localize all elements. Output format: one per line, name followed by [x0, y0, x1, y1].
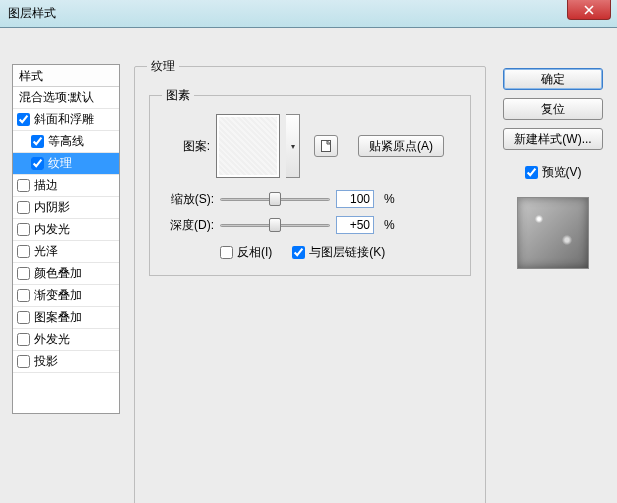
new-doc-icon: [319, 139, 333, 153]
style-item-label: 斜面和浮雕: [34, 111, 94, 128]
preview-thumbnail: [517, 197, 589, 269]
new-style-button[interactable]: 新建样式(W)...: [503, 128, 603, 150]
depth-input[interactable]: [336, 216, 374, 234]
texture-fieldset: 纹理 图素 图案: ▾ 贴紧原点(A) 缩放(S):: [134, 58, 486, 503]
style-item-checkbox[interactable]: [17, 245, 30, 258]
preview-label: 预览(V): [542, 164, 582, 181]
style-item-checkbox[interactable]: [17, 311, 30, 324]
style-item-checkbox[interactable]: [17, 355, 30, 368]
pattern-label: 图案:: [162, 138, 210, 155]
cancel-button[interactable]: 复位: [503, 98, 603, 120]
pattern-swatch[interactable]: [216, 114, 280, 178]
styles-header[interactable]: 样式: [13, 65, 119, 87]
dialog-body: 样式 混合选项:默认 斜面和浮雕等高线纹理描边内阴影内发光光泽颜色叠加渐变叠加图…: [0, 28, 617, 503]
style-item-checkbox[interactable]: [17, 333, 30, 346]
snap-origin-label: 贴紧原点(A): [369, 139, 433, 153]
style-item-label: 图案叠加: [34, 309, 82, 326]
style-item-11[interactable]: 投影: [13, 351, 119, 373]
depth-unit: %: [384, 218, 395, 232]
scale-row: 缩放(S): %: [162, 190, 458, 208]
invert-checkbox[interactable]: [220, 246, 233, 259]
style-item-2[interactable]: 纹理: [13, 153, 119, 175]
depth-row: 深度(D): %: [162, 216, 458, 234]
style-item-label: 内阴影: [34, 199, 70, 216]
style-item-checkbox[interactable]: [31, 157, 44, 170]
style-item-7[interactable]: 颜色叠加: [13, 263, 119, 285]
style-item-checkbox[interactable]: [17, 223, 30, 236]
style-item-9[interactable]: 图案叠加: [13, 307, 119, 329]
style-item-checkbox[interactable]: [17, 179, 30, 192]
style-item-checkbox[interactable]: [17, 289, 30, 302]
pattern-legend: 图素: [162, 87, 194, 104]
depth-thumb[interactable]: [269, 218, 281, 232]
style-item-checkbox[interactable]: [31, 135, 44, 148]
depth-label: 深度(D):: [162, 217, 214, 234]
style-item-10[interactable]: 外发光: [13, 329, 119, 351]
style-item-label: 外发光: [34, 331, 70, 348]
pattern-dropdown[interactable]: ▾: [286, 114, 300, 178]
scale-thumb[interactable]: [269, 192, 281, 206]
right-column: 确定 复位 新建样式(W)... 预览(V): [503, 68, 603, 269]
style-item-8[interactable]: 渐变叠加: [13, 285, 119, 307]
style-item-checkbox[interactable]: [17, 267, 30, 280]
style-item-label: 光泽: [34, 243, 58, 260]
scale-input[interactable]: [336, 190, 374, 208]
style-item-label: 内发光: [34, 221, 70, 238]
style-item-0[interactable]: 斜面和浮雕: [13, 109, 119, 131]
style-item-label: 颜色叠加: [34, 265, 82, 282]
style-item-label: 渐变叠加: [34, 287, 82, 304]
style-item-label: 描边: [34, 177, 58, 194]
style-item-5[interactable]: 内发光: [13, 219, 119, 241]
styles-panel: 样式 混合选项:默认 斜面和浮雕等高线纹理描边内阴影内发光光泽颜色叠加渐变叠加图…: [12, 64, 120, 414]
scale-label: 缩放(S):: [162, 191, 214, 208]
pattern-fieldset: 图素 图案: ▾ 贴紧原点(A) 缩放(S): %: [149, 87, 471, 276]
link-layer-label: 与图层链接(K): [309, 244, 385, 261]
depth-slider[interactable]: [220, 217, 330, 233]
ok-button[interactable]: 确定: [503, 68, 603, 90]
preview-row: 预览(V): [503, 164, 603, 181]
link-layer-checkbox[interactable]: [292, 246, 305, 259]
style-item-6[interactable]: 光泽: [13, 241, 119, 263]
style-item-3[interactable]: 描边: [13, 175, 119, 197]
close-button[interactable]: [567, 0, 611, 20]
style-item-checkbox[interactable]: [17, 201, 30, 214]
ok-label: 确定: [541, 72, 565, 86]
snap-origin-button[interactable]: 贴紧原点(A): [358, 135, 444, 157]
style-item-label: 等高线: [48, 133, 84, 150]
chevron-down-icon: ▾: [291, 142, 295, 151]
style-blend-options[interactable]: 混合选项:默认: [13, 87, 119, 109]
style-item-checkbox[interactable]: [17, 113, 30, 126]
cancel-label: 复位: [541, 102, 565, 116]
new-pattern-button[interactable]: [314, 135, 338, 157]
check-row: 反相(I) 与图层链接(K): [220, 244, 458, 261]
preview-checkbox[interactable]: [525, 166, 538, 179]
titlebar: 图层样式: [0, 0, 617, 28]
new-style-label: 新建样式(W)...: [514, 132, 591, 146]
link-layer-checkbox-label[interactable]: 与图层链接(K): [292, 244, 385, 261]
pattern-row: 图案: ▾ 贴紧原点(A): [162, 114, 458, 178]
invert-checkbox-label[interactable]: 反相(I): [220, 244, 272, 261]
close-icon: [584, 5, 594, 15]
invert-label: 反相(I): [237, 244, 272, 261]
scale-unit: %: [384, 192, 395, 206]
style-item-label: 投影: [34, 353, 58, 370]
style-item-4[interactable]: 内阴影: [13, 197, 119, 219]
style-item-1[interactable]: 等高线: [13, 131, 119, 153]
style-item-label: 纹理: [48, 155, 72, 172]
texture-legend: 纹理: [147, 58, 179, 75]
window-title: 图层样式: [8, 5, 56, 22]
style-blend-label: 混合选项:默认: [19, 89, 94, 106]
scale-slider[interactable]: [220, 191, 330, 207]
